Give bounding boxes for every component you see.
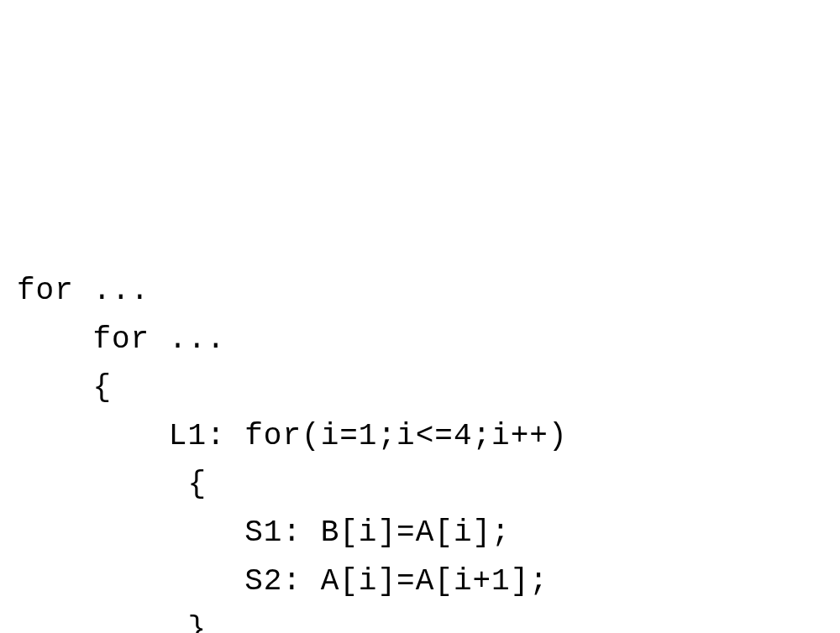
code-line-2: for ... — [17, 322, 226, 357]
code-line-7: S2: A[i]=A[i+1]; — [17, 564, 549, 599]
code-line-6: S1: B[i]=A[i]; — [17, 515, 511, 550]
code-line-3: { — [17, 370, 112, 405]
code-line-1: for ... — [17, 274, 150, 308]
code-snippet: for ... for ... { L1: for(i=1;i<=4;i++) … — [17, 218, 823, 633]
code-line-8: } — [17, 612, 207, 633]
code-line-4: L1: for(i=1;i<=4;i++) — [17, 419, 568, 453]
code-line-5: { — [17, 467, 207, 501]
